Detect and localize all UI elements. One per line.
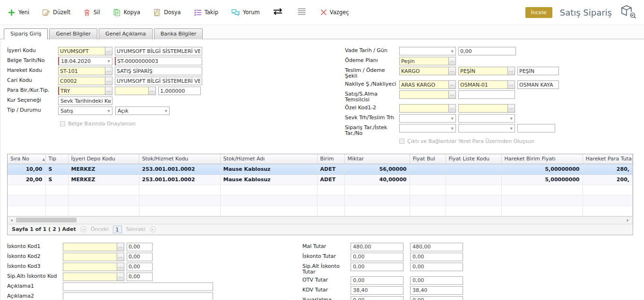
current-page-number[interactable]: 1: [113, 226, 122, 233]
istek-tarihi-select[interactable]: [458, 124, 515, 132]
belge-no-input[interactable]: [115, 57, 202, 65]
col-fiyat-bul[interactable]: Fiyat Bul: [410, 154, 446, 164]
transfer-icon[interactable]: [273, 8, 283, 17]
table-row-empty[interactable]: [8, 205, 633, 216]
col-stok-adi[interactable]: Stok/Hizmet Adı: [220, 154, 317, 164]
iskonto-kod1-lookup-icon[interactable]: [117, 243, 124, 251]
col-birim[interactable]: Birim: [317, 154, 344, 164]
teslim-sekli-lookup-icon[interactable]: [449, 67, 456, 75]
sip-alti-iskonto-lookup-icon[interactable]: [117, 273, 124, 281]
tab-genel-aciklama[interactable]: Genel Açıklama: [99, 28, 153, 39]
iskonto-kod3-lookup-icon[interactable]: [117, 263, 124, 271]
incele-button[interactable]: İncele: [525, 7, 552, 18]
nakliyeci-input[interactable]: [458, 80, 508, 89]
vade-gun-input[interactable]: [458, 47, 516, 55]
nakliyeci-adi-input[interactable]: [517, 80, 559, 89]
col-fiyat-liste[interactable]: Fiyat Liste Kodu: [446, 154, 501, 164]
mal-tutar-yerel-input[interactable]: [410, 243, 463, 251]
col-tip[interactable]: Tip: [45, 154, 68, 164]
sip-alt-iskonto-tutar-input[interactable]: [351, 263, 404, 271]
sevk-tarihi-select[interactable]: [399, 114, 456, 123]
isyeri-kodu-lookup-icon[interactable]: [105, 47, 112, 55]
iskonto-tutar-input[interactable]: [351, 253, 404, 261]
isyeri-kodu-input[interactable]: [58, 47, 105, 55]
yuvarlatma-yerel-input[interactable]: [410, 296, 463, 300]
odeme-sekli-lookup-icon[interactable]: [508, 67, 515, 75]
iskonto-kod3-input[interactable]: [63, 263, 117, 271]
iskonto-kod1-input[interactable]: [63, 243, 117, 251]
kur-secenegi-select[interactable]: Sevk Tarihindeki Ku: [58, 97, 112, 105]
para-birimi-input[interactable]: [58, 87, 105, 95]
temsilci-adi-input[interactable]: [458, 90, 515, 99]
belge-bazinda-onaylansin-checkbox[interactable]: Belge Bazında Onaylansın: [60, 121, 136, 127]
belge-tarih-select[interactable]: 18.04.2020: [58, 57, 112, 65]
nakliye-sirketi-lookup-icon[interactable]: [449, 80, 456, 89]
mal-tutar-input[interactable]: [351, 243, 404, 251]
table-row-selected[interactable]: 10,00 S MERKEZ 253.001.001.0002 Mause Ka…: [8, 164, 633, 174]
file-button[interactable]: Dosya: [153, 9, 181, 17]
odeme-sekli-input[interactable]: [458, 67, 508, 75]
otv-tutar-yerel-input[interactable]: [410, 276, 463, 285]
iskonto-kod2-input[interactable]: [63, 253, 117, 261]
hareket-kodu-lookup-icon[interactable]: [105, 67, 112, 75]
col-stok-kodu[interactable]: Stok/Hizmet Kodu: [139, 154, 220, 164]
menu-icon[interactable]: [297, 8, 306, 17]
cari-adi-input[interactable]: [115, 77, 202, 85]
hareket-adi-input[interactable]: [115, 67, 202, 75]
scroll-left-icon[interactable]: ‹: [8, 218, 16, 223]
otv-tutar-input[interactable]: [351, 276, 404, 285]
teslim-sekli-input[interactable]: [399, 67, 449, 75]
temsilci-lookup-icon[interactable]: [449, 90, 456, 99]
next-page-icon[interactable]: [150, 226, 156, 232]
kur-tipi-lookup-icon[interactable]: [149, 87, 156, 95]
col-miktar[interactable]: Miktar: [344, 154, 410, 164]
scrollbar-thumb[interactable]: [16, 218, 77, 222]
vade-tarih-select[interactable]: [399, 47, 456, 55]
yerel-para-checkbox[interactable]: Çıktı ve Bağlantılar Yerel Para Üzerinde…: [399, 138, 534, 144]
next-page-label[interactable]: Sonraki: [126, 226, 146, 232]
col-sira-no[interactable]: Sıra No: [8, 154, 45, 164]
cari-kodu-lookup-icon[interactable]: [105, 77, 112, 85]
odeme-plani-lookup-icon[interactable]: [449, 57, 456, 65]
siparis-tarihi-select[interactable]: [399, 124, 456, 132]
tip-select[interactable]: Satış: [58, 106, 112, 115]
sip-alt-iskonto-tutar-yerel-input[interactable]: [410, 263, 463, 271]
new-button[interactable]: Yeni: [8, 9, 29, 17]
istek-no-input[interactable]: [517, 124, 555, 132]
aciklama1-input[interactable]: [63, 282, 213, 291]
table-row-empty[interactable]: [8, 195, 633, 205]
ozel-kod2-lookup-icon[interactable]: [508, 104, 515, 113]
table-row[interactable]: 20,00 S MERKEZ 253.001.001.0002 Mause Ka…: [8, 174, 633, 185]
edit-button[interactable]: Düzelt: [42, 9, 70, 17]
comment-button[interactable]: Yorum: [231, 9, 260, 16]
durum-select[interactable]: Açık: [115, 106, 170, 115]
teslim-tarihi-select[interactable]: [458, 114, 515, 123]
odeme-sekli-adi-input[interactable]: [517, 67, 559, 75]
nakliyeci-lookup-icon[interactable]: [508, 80, 515, 89]
copy-button[interactable]: Kopya: [113, 9, 140, 17]
col-para-tutari[interactable]: Hareket Para Tutarı: [583, 154, 633, 164]
iskonto-oran1-input[interactable]: [127, 243, 153, 251]
para-birimi-lookup-icon[interactable]: [105, 87, 112, 95]
follow-button[interactable]: Takip: [194, 9, 218, 17]
ozel-kod1-input[interactable]: [399, 104, 449, 113]
sip-alti-iskonto-input[interactable]: [63, 273, 117, 281]
nakliye-sirketi-input[interactable]: [399, 80, 449, 89]
col-birim-fiyati[interactable]: Hareket Birim Fiyatı: [501, 154, 583, 164]
iskonto-oran3-input[interactable]: [127, 263, 153, 271]
kur-tipi-input[interactable]: [115, 87, 149, 95]
kdv-tutar-yerel-input[interactable]: [410, 286, 463, 295]
scroll-right-icon[interactable]: ›: [623, 218, 632, 223]
sip-alti-oran-input[interactable]: [127, 273, 153, 281]
hareket-kodu-input[interactable]: [58, 67, 105, 75]
table-row-empty[interactable]: [8, 185, 633, 195]
horizontal-scrollbar[interactable]: ‹ ›: [8, 216, 633, 224]
col-depo-kodu[interactable]: İşyeri Depo Kodu: [68, 154, 139, 164]
ozel-kod2-input[interactable]: [458, 104, 508, 113]
tab-genel-bilgiler[interactable]: Genel Bilgiler: [49, 28, 97, 39]
kdv-tutar-input[interactable]: [351, 286, 404, 295]
cari-kodu-input[interactable]: [58, 77, 105, 85]
aciklama2-input[interactable]: [63, 292, 213, 300]
iskonto-oran2-input[interactable]: [127, 253, 153, 261]
temsilci-kodu-input[interactable]: [399, 90, 449, 99]
